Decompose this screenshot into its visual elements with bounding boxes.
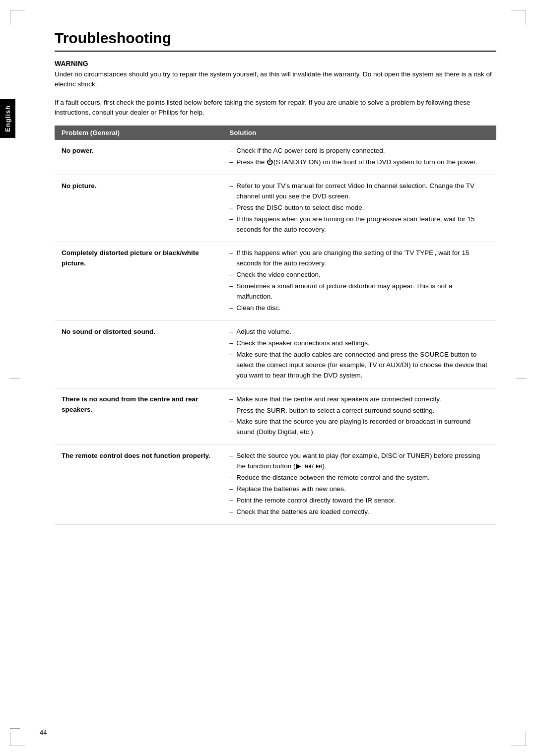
solution-item: Reduce the distance between the remote c… xyxy=(229,473,489,483)
solution-item: Clean the disc. xyxy=(229,303,489,314)
solution-cell-2: If this happens when you are changing th… xyxy=(222,242,496,321)
warning-section: WARNING Under no circumstances should yo… xyxy=(55,60,496,90)
solution-item: Check that the batteries are loaded corr… xyxy=(229,507,489,517)
col-header-problem: Problem (General) xyxy=(55,126,222,140)
side-mark-right xyxy=(516,378,526,378)
table-header-row: Problem (General) Solution xyxy=(55,126,496,140)
solution-cell-0: Check if the AC power cord is properly c… xyxy=(222,140,496,175)
solution-item: Make sure that the source you are playin… xyxy=(229,417,489,438)
table-row: No picture.Refer to your TV's manual for… xyxy=(55,175,496,242)
corner-mark-bottom-right xyxy=(511,731,526,746)
troubleshooting-table: Problem (General) Solution No power.Chec… xyxy=(55,126,496,525)
solution-item: Replace the batteries with new ones. xyxy=(229,484,489,495)
corner-mark-top-right xyxy=(511,10,526,25)
table-row: No sound or distorted sound.Adjust the v… xyxy=(55,320,496,388)
solution-item: Refer to your TV's manual for correct Vi… xyxy=(229,181,489,202)
solution-item: Check if the AC power cord is properly c… xyxy=(229,146,489,156)
title-divider xyxy=(55,51,496,52)
solution-item: Press the SURR. button to select a corre… xyxy=(229,406,489,416)
solution-item: Make sure that the centre and rear speak… xyxy=(229,394,489,405)
solution-cell-5: Select the source you want to play (for … xyxy=(222,445,496,525)
side-mark-left xyxy=(10,378,20,378)
solution-item: Press the ⏻(STANDBY ON) on the front of … xyxy=(229,157,489,168)
problem-cell-1: No picture. xyxy=(55,175,222,242)
solution-item: Select the source you want to play (for … xyxy=(229,451,489,472)
intro-text: If a fault occurs, first check the point… xyxy=(55,98,496,118)
warning-text-1: Under no circumstances should you try to… xyxy=(55,69,496,90)
solution-item: Make sure that the audio cables are conn… xyxy=(229,350,489,381)
corner-mark-bottom-left xyxy=(10,731,25,746)
page-container: English Troubleshooting WARNING Under no… xyxy=(0,0,536,756)
page-number: 44 xyxy=(40,729,47,736)
solution-item: Press the DISC button to select disc mod… xyxy=(229,203,489,213)
problem-cell-3: No sound or distorted sound. xyxy=(55,320,222,388)
solution-item: Check the speaker connections and settin… xyxy=(229,338,489,349)
solution-item: Sometimes a small amount of picture dist… xyxy=(229,281,489,302)
problem-cell-2: Completely distorted picture or black/wh… xyxy=(55,242,222,321)
solution-item: If this happens when you are turning on … xyxy=(229,214,489,235)
col-header-solution: Solution xyxy=(222,126,496,140)
problem-cell-5: The remote control does not function pro… xyxy=(55,445,222,525)
problem-cell-0: No power. xyxy=(55,140,222,175)
page-title: Troubleshooting xyxy=(55,30,496,47)
table-row: There is no sound from the centre and re… xyxy=(55,388,496,445)
table-row: No power.Check if the AC power cord is p… xyxy=(55,140,496,175)
main-content: Troubleshooting WARNING Under no circums… xyxy=(55,30,496,525)
solution-item: Point the remote control directly toward… xyxy=(229,496,489,506)
language-tab: English xyxy=(0,99,15,138)
table-row: The remote control does not function pro… xyxy=(55,445,496,525)
solution-item: If this happens when you are changing th… xyxy=(229,248,489,269)
table-row: Completely distorted picture or black/wh… xyxy=(55,242,496,321)
side-mark-bottom xyxy=(10,728,20,729)
solution-item: Check the video connection. xyxy=(229,270,489,280)
solution-item: Adjust the volume. xyxy=(229,327,489,337)
solution-cell-1: Refer to your TV's manual for correct Vi… xyxy=(222,175,496,242)
solution-cell-3: Adjust the volume.Check the speaker conn… xyxy=(222,320,496,388)
warning-label: WARNING xyxy=(55,60,496,67)
problem-cell-4: There is no sound from the centre and re… xyxy=(55,388,222,445)
corner-mark-top-left xyxy=(10,10,25,25)
solution-cell-4: Make sure that the centre and rear speak… xyxy=(222,388,496,445)
